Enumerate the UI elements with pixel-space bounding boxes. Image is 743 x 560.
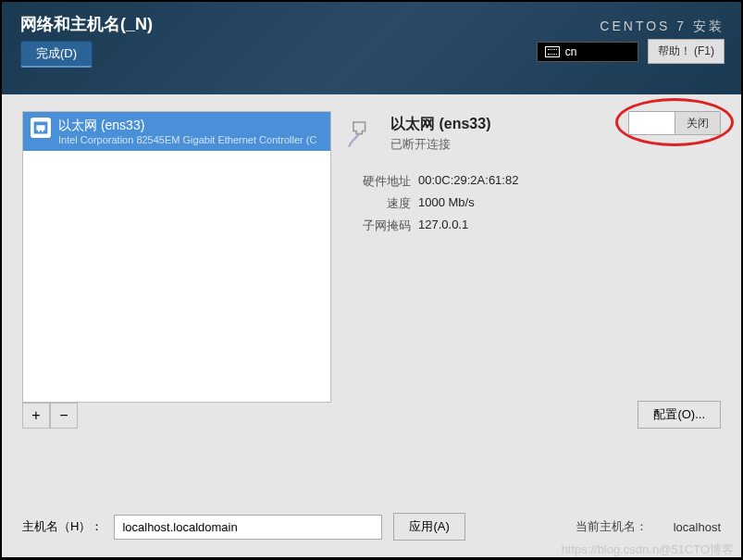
watermark: https://blog.csdn.n@51CTO博客 xyxy=(562,541,734,558)
ethernet-port-icon xyxy=(346,115,381,150)
device-name: 以太网 (ens33) xyxy=(58,118,316,134)
detail-label: 子网掩码 xyxy=(346,218,411,234)
done-button[interactable]: 完成(D) xyxy=(20,41,93,68)
footer: 主机名（H）： 应用(A) 当前主机名： localhost xyxy=(22,513,721,541)
toggle-label: 关闭 xyxy=(675,112,720,134)
detail-value: 00:0C:29:2A:61:82 xyxy=(418,173,518,190)
installer-title: CENTOS 7 安装 xyxy=(600,19,724,35)
toggle-thumb xyxy=(629,112,675,134)
hostname-label: 主机名（H）： xyxy=(22,518,103,535)
remove-device-button[interactable]: − xyxy=(50,403,78,429)
hostname-input[interactable] xyxy=(114,515,382,540)
current-hostname-label: 当前主机名： xyxy=(576,518,648,535)
header: 网络和主机名(_N) 完成(D) CENTOS 7 安装 cn 帮助！ (F1) xyxy=(2,2,741,94)
keyboard-icon xyxy=(545,46,560,57)
help-button[interactable]: 帮助！ (F1) xyxy=(648,39,724,64)
detail-value: 1000 Mb/s xyxy=(418,195,475,212)
connection-details: 硬件地址 00:0C:29:2A:61:82 速度 1000 Mb/s 子网掩码… xyxy=(346,173,721,234)
connection-panel: 以太网 (ens33) 已断开连接 关闭 硬件地址 00:0C:29:2A:61… xyxy=(341,111,721,429)
configure-button[interactable]: 配置(O)... xyxy=(638,401,721,429)
detail-label: 速度 xyxy=(346,195,411,212)
detail-label: 硬件地址 xyxy=(346,173,411,190)
ethernet-icon xyxy=(31,118,51,138)
detail-value: 127.0.0.1 xyxy=(418,218,468,234)
current-hostname-value: localhost xyxy=(674,520,721,534)
connection-status: 已断开连接 xyxy=(390,136,490,153)
body: 以太网 (ens33) Intel Corporation 82545EM Gi… xyxy=(2,94,741,557)
input-method-label: cn xyxy=(565,45,577,58)
apply-button[interactable]: 应用(A) xyxy=(393,513,464,541)
add-device-button[interactable]: + xyxy=(22,403,50,429)
device-list-item[interactable]: 以太网 (ens33) Intel Corporation 82545EM Gi… xyxy=(23,112,330,151)
device-list[interactable]: 以太网 (ens33) Intel Corporation 82545EM Gi… xyxy=(22,111,331,403)
input-method-selector[interactable]: cn xyxy=(537,42,638,62)
connection-title: 以太网 (ens33) xyxy=(390,115,490,134)
device-desc: Intel Corporation 82545EM Gigabit Ethern… xyxy=(58,134,316,145)
connection-toggle[interactable]: 关闭 xyxy=(628,111,721,135)
